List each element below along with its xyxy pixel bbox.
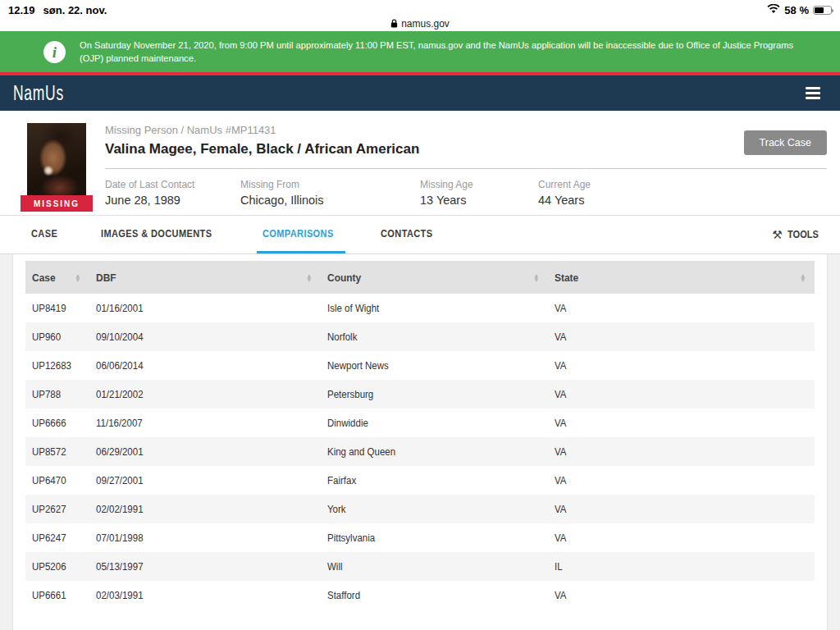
cell-county: Pittsylvania [327, 532, 375, 544]
column-header-county[interactable]: County ▲▼ [321, 261, 548, 294]
field-current-age: Current Age 44 Years [538, 179, 591, 207]
cell-dbf-date: 02/02/1991 [96, 504, 144, 515]
sort-icon: ▲▼ [801, 273, 805, 281]
cell-county: Newport News [327, 360, 389, 372]
lock-icon [390, 18, 398, 30]
cell-county: King and Queen [327, 446, 395, 458]
cell-state: VA [555, 475, 566, 486]
column-header-case[interactable]: Case ▲▼ [25, 261, 89, 294]
table-row[interactable]: UP960 09/10/2004 Norfolk VA [25, 322, 815, 351]
cell-state: VA [555, 532, 566, 544]
cell-state: VA [555, 303, 566, 314]
cell-county: Isle of Wight [327, 303, 379, 314]
field-date-of-last-contact: Date of Last Contact June 28, 1989 [105, 179, 240, 207]
comparisons-table-body: UP8419 01/16/2001 Isle of Wight VA UP960… [25, 294, 815, 609]
info-icon: i [43, 41, 66, 63]
cell-state: VA [555, 418, 566, 429]
address-bar[interactable]: namus.gov [0, 16, 840, 31]
tab-bar: CASE IMAGES & DOCUMENTS COMPARISONS CONT… [0, 216, 840, 254]
page-title: Valina Magee, Female, Black / African Am… [105, 141, 840, 158]
cell-state: VA [555, 389, 566, 400]
header-divider [105, 168, 827, 169]
table-row[interactable]: UP2627 02/02/1991 York VA [25, 495, 815, 523]
cell-state: VA [555, 360, 566, 372]
column-header-state[interactable]: State ▲▼ [548, 261, 815, 294]
cell-dbf-date: 09/10/2004 [96, 331, 144, 343]
namus-logo[interactable]: NamUs [13, 81, 64, 105]
tab-contacts[interactable]: CONTACTS [375, 216, 443, 253]
cell-dbf-date: 01/16/2001 [96, 303, 144, 314]
cell-state: VA [555, 446, 566, 458]
table-row[interactable]: UP6661 02/03/1991 Stafford VA [25, 581, 815, 609]
table-row[interactable]: UP788 01/21/2002 Petersburg VA [25, 380, 815, 409]
maintenance-message: On Saturday November 21, 2020, from 9:00… [80, 39, 800, 65]
status-bar: 12.19 søn. 22. nov. 58 % [0, 0, 840, 16]
content-area: Case ▲▼ DBF ▲▼ County ▲▼ State ▲▼ [0, 254, 840, 630]
cell-case-number: UP12683 [32, 360, 71, 372]
field-missing-from: Missing From Chicago, Illinois [240, 179, 420, 207]
tab-images-documents[interactable]: IMAGES & DOCUMENTS [95, 216, 227, 253]
cell-state: VA [555, 590, 566, 601]
table-row[interactable]: UP5206 05/13/1997 Will IL [25, 552, 815, 581]
cell-state: IL [555, 561, 563, 573]
battery-icon [813, 6, 832, 15]
sort-icon: ▲▼ [534, 273, 538, 281]
date: søn. 22. nov. [43, 4, 107, 16]
cell-dbf-date: 11/16/2007 [96, 418, 143, 429]
field-missing-age: Missing Age 13 Years [420, 179, 538, 207]
tools-button[interactable]: ⚒ TOOLS [772, 216, 821, 253]
missing-status-badge: MISSING [21, 195, 93, 212]
cell-case-number: UP6247 [32, 532, 66, 544]
breadcrumb: Missing Person / NamUs #MP11431 [105, 124, 840, 136]
comparisons-table: Case ▲▼ DBF ▲▼ County ▲▼ State ▲▼ [25, 261, 815, 609]
hamburger-menu-icon[interactable] [806, 87, 820, 99]
cell-dbf-date: 02/03/1991 [96, 590, 144, 601]
cell-case-number: UP2627 [32, 504, 66, 515]
maintenance-banner: i On Saturday November 21, 2020, from 9:… [0, 31, 840, 72]
cell-case-number: UP8419 [32, 303, 66, 314]
comparisons-panel: Case ▲▼ DBF ▲▼ County ▲▼ State ▲▼ [12, 254, 828, 630]
table-row[interactable]: UP6666 11/16/2007 Dinwiddie VA [25, 409, 815, 437]
cell-county: York [327, 504, 346, 515]
table-row[interactable]: UP6470 09/27/2001 Fairfax VA [25, 466, 815, 495]
cell-case-number: UP5206 [32, 561, 66, 573]
cell-dbf-date: 06/06/2014 [96, 360, 144, 372]
cell-case-number: UP788 [32, 389, 61, 400]
cell-dbf-date: 05/13/1997 [96, 561, 144, 573]
cell-state: VA [555, 504, 566, 515]
table-row[interactable]: UP8419 01/16/2001 Isle of Wight VA [25, 294, 815, 322]
sort-icon: ▲▼ [307, 273, 311, 281]
table-row[interactable]: UP6247 07/01/1998 Pittsylvania VA [25, 523, 815, 552]
cell-case-number: UP6661 [32, 590, 66, 601]
tools-icon: ⚒ [772, 228, 783, 241]
tab-comparisons[interactable]: COMPARISONS [257, 216, 345, 253]
cell-county: Stafford [327, 590, 360, 601]
case-photo[interactable] [27, 123, 86, 195]
cell-dbf-date: 01/21/2002 [96, 389, 144, 400]
battery-percent: 58 % [784, 4, 809, 16]
cell-county: Norfolk [327, 331, 357, 343]
cell-case-number: UP960 [32, 331, 61, 343]
url-text: namus.gov [401, 18, 450, 30]
wifi-icon [767, 4, 780, 16]
column-header-dbf[interactable]: DBF ▲▼ [89, 261, 321, 294]
track-case-button[interactable]: Track Case [744, 130, 827, 155]
cell-county: Fairfax [327, 475, 356, 486]
cell-case-number: UP6470 [32, 475, 66, 486]
top-navbar: NamUs [0, 75, 840, 111]
table-row[interactable]: UP12683 06/06/2014 Newport News VA [25, 351, 815, 380]
cell-county: Will [327, 561, 343, 573]
cell-dbf-date: 07/01/1998 [96, 532, 144, 544]
clock: 12.19 [8, 4, 35, 16]
cell-dbf-date: 06/29/2001 [96, 446, 144, 458]
cell-county: Dinwiddie [327, 418, 368, 429]
cell-case-number: UP6666 [32, 418, 66, 429]
sort-icon: ▲▼ [75, 273, 80, 281]
cell-state: VA [555, 331, 566, 343]
tab-case[interactable]: CASE [25, 216, 66, 253]
cell-case-number: UP8572 [32, 446, 66, 458]
case-header: MISSING Missing Person / NamUs #MP11431 … [0, 111, 840, 216]
table-row[interactable]: UP8572 06/29/2001 King and Queen VA [25, 437, 815, 466]
cell-dbf-date: 09/27/2001 [96, 475, 144, 486]
cell-county: Petersburg [327, 389, 373, 400]
